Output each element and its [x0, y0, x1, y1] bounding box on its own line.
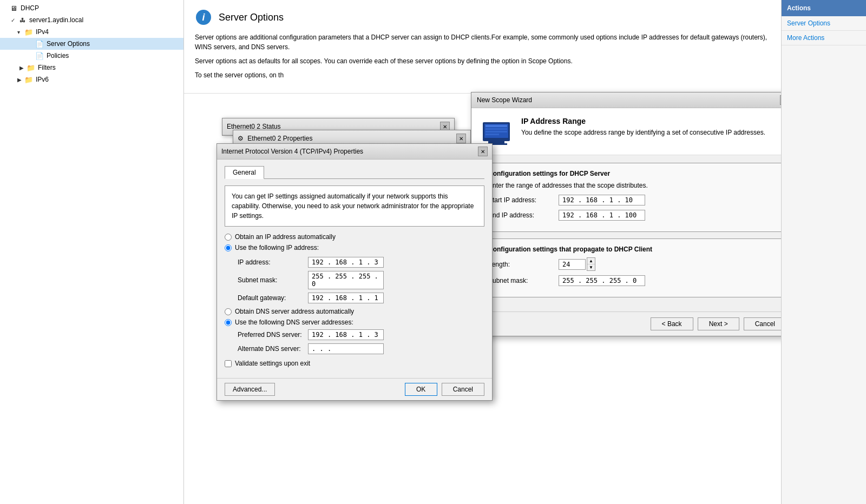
start-ip-row: Start IP address: 192 . 168 . 1 . 10: [488, 195, 778, 205]
dns-following-radio-item[interactable]: Use the following DNS server addresses:: [225, 319, 484, 326]
dns-auto-radio[interactable]: [225, 308, 232, 315]
filters-icon: 📁: [26, 63, 36, 72]
svg-rect-5: [486, 134, 499, 135]
ethernet-props-title: ⚙ Ethernet0 2 Properties: [238, 135, 312, 142]
wizard-back-button[interactable]: < Back: [651, 317, 693, 330]
wizard-ip-range-desc: You define the scope address range by id…: [521, 129, 781, 136]
ip-address-input[interactable]: 192 . 168 . 1 . 3: [308, 257, 384, 268]
svg-rect-3: [486, 128, 507, 130]
ip-radio-group: Obtain an IP address automatically Use t…: [225, 233, 484, 251]
wizard-buttons: < Back Next > Cancel: [471, 311, 781, 336]
tcpip-titlebar: Internet Protocol Version 4 (TCP/IPv4) P…: [217, 144, 492, 160]
dhcp-client-config-group: Configuration settings that propagate to…: [480, 238, 781, 297]
advanced-button[interactable]: Advanced...: [225, 383, 275, 396]
alternate-dns-row: Alternate DNS server: . . .: [238, 343, 484, 354]
tree-item-dhcp[interactable]: 🖥 DHCP: [0, 2, 183, 14]
server-options-desc1: Server options are additional configurat…: [195, 32, 770, 52]
subnet-mask-input[interactable]: 255 . 255 . 255 . 0: [308, 271, 384, 289]
tcpip-properties-dialog[interactable]: Internet Protocol Version 4 (TCP/IPv4) P…: [216, 143, 493, 401]
alternate-dns-input[interactable]: . . .: [308, 343, 384, 354]
svg-rect-2: [486, 125, 507, 127]
end-ip-input[interactable]: 192 . 168 . 1 . 100: [559, 210, 645, 221]
dhcp-server-config-group: Configuration settings for DHCP Server E…: [480, 163, 781, 232]
tab-general[interactable]: General: [225, 166, 264, 179]
info-icon: i: [196, 10, 211, 25]
server-options-icon: 📄: [35, 39, 44, 49]
wizard-ip-range-title: IP Address Range: [521, 117, 781, 125]
validate-checkbox[interactable]: [225, 360, 232, 367]
tree-item-policies[interactable]: 📄 Policies: [0, 50, 183, 62]
end-ip-row: End IP address: 192 . 168 . 1 . 100: [488, 210, 778, 221]
server-options-heading: Server Options: [219, 12, 284, 23]
tcpip-buttons: Advanced... OK Cancel: [217, 378, 492, 400]
dhcp-server-config-title: Configuration settings for DHCP Server: [488, 170, 778, 177]
ip-address-row: IP address: 192 . 168 . 1 . 3: [238, 257, 484, 268]
tcpip-tab-bar: General: [225, 166, 484, 179]
actions-server-options[interactable]: Server Options: [782, 16, 866, 31]
tree-item-server-options[interactable]: 📄 Server Options: [0, 38, 183, 50]
ipv6-folder-icon: 📁: [24, 75, 34, 84]
dhcp-client-config-title: Configuration settings that propagate to…: [488, 246, 778, 253]
server-options-desc2: Server options act as defaults for all s…: [195, 56, 770, 66]
actions-more-actions[interactable]: More Actions: [782, 31, 866, 45]
length-down-btn[interactable]: ▼: [587, 264, 595, 270]
use-following-radio[interactable]: [225, 244, 232, 251]
dhcp-server-config-desc: Enter the range of addresses that the sc…: [488, 182, 778, 189]
server-icon: 🖧: [17, 15, 27, 25]
tcpip-ok-button[interactable]: OK: [405, 383, 437, 396]
tcpip-info-box: You can get IP settings assigned automat…: [225, 185, 484, 227]
dns-following-radio[interactable]: [225, 319, 232, 326]
content-area: i Server Options Server options are addi…: [184, 0, 781, 504]
ipv4-folder-icon: 📁: [24, 27, 34, 37]
subnet-mask-wizard-input[interactable]: 255 . 255 . 255 . 0: [559, 275, 645, 286]
policies-icon: 📄: [35, 51, 44, 61]
tree-item-server[interactable]: ✓ 🖧 server1.aydin.local: [0, 14, 183, 26]
preferred-dns-row: Preferred DNS server: 192 . 168 . 1 . 3: [238, 329, 484, 340]
obtain-auto-radio-item[interactable]: Obtain an IP address automatically: [225, 233, 484, 241]
default-gateway-input[interactable]: 192 . 168 . 1 . 1: [308, 293, 384, 303]
tcpip-close-btn[interactable]: ✕: [478, 147, 488, 156]
default-gateway-row: Default gateway: 192 . 168 . 1 . 1: [238, 293, 484, 303]
ip-address-fields: IP address: 192 . 168 . 1 . 3 Subnet mas…: [238, 257, 484, 303]
wizard-cancel-button[interactable]: Cancel: [744, 317, 781, 330]
wizard-titlebar: New Scope Wizard ✕: [471, 92, 781, 108]
tree-item-filters[interactable]: ▶ 📁 Filters: [0, 62, 183, 74]
tree-panel: 🖥 DHCP ✓ 🖧 server1.aydin.local ▾ 📁 IPv4 …: [0, 0, 184, 504]
length-input[interactable]: 24: [559, 259, 586, 270]
svg-rect-4: [486, 131, 507, 132]
start-ip-input[interactable]: 192 . 168 . 1 . 10: [559, 195, 645, 205]
tree-item-ipv6[interactable]: ▶ 📁 IPv6: [0, 74, 183, 85]
use-following-radio-item[interactable]: Use the following IP address:: [225, 244, 484, 251]
subnet-row: Subnet mask: 255 . 255 . 255 . 0: [488, 275, 778, 286]
obtain-auto-radio[interactable]: [225, 234, 232, 241]
wizard-next-button[interactable]: Next >: [698, 317, 739, 330]
length-row: Length: 24 ▲ ▼: [488, 257, 778, 271]
dns-auto-radio-item[interactable]: Obtain DNS server address automatically: [225, 308, 484, 315]
tcpip-cancel-button[interactable]: Cancel: [442, 383, 484, 396]
ethernet-props-close-btn[interactable]: ✕: [456, 134, 466, 143]
dhcp-icon: 🖥: [9, 3, 18, 13]
preferred-dns-input[interactable]: 192 . 168 . 1 . 3: [308, 329, 384, 340]
wizard-header-content: IP Address Range You define the scope ad…: [521, 117, 781, 136]
server-options-desc3: To set the server options, on th: [195, 70, 770, 80]
actions-panel-header: Actions: [782, 0, 866, 16]
tcpip-body: General You can get IP settings assigned…: [217, 160, 492, 378]
subnet-mask-row: Subnet mask: 255 . 255 . 255 . 0: [238, 271, 484, 289]
validate-checkbox-row: Validate settings upon exit: [225, 360, 484, 367]
dns-section: Obtain DNS server address automatically …: [225, 308, 484, 354]
scope-wizard-dialog[interactable]: New Scope Wizard ✕: [471, 92, 781, 336]
wizard-header-area: IP Address Range You define the scope ad…: [471, 108, 781, 155]
length-up-btn[interactable]: ▲: [587, 258, 595, 264]
server-options-description: i Server Options Server options are addi…: [184, 0, 781, 94]
dns-fields: Preferred DNS server: 192 . 168 . 1 . 3 …: [238, 329, 484, 354]
wizard-body: Configuration settings for DHCP Server E…: [471, 155, 781, 311]
wizard-close-btn[interactable]: ✕: [780, 95, 781, 105]
actions-panel: Actions Server Options More Actions: [781, 0, 866, 504]
tree-item-ipv4[interactable]: ▾ 📁 IPv4: [0, 26, 183, 38]
